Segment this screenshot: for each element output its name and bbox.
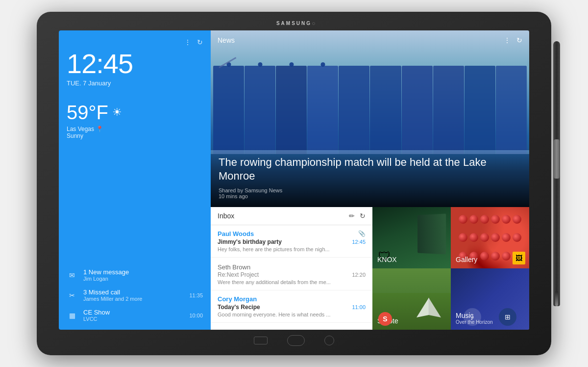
notification-missed-call[interactable]: ✂ 3 Missed call James Miller and 2 more … (67, 288, 203, 302)
news-dots-icon[interactable]: ⋮ (504, 36, 511, 44)
news-overlay: The rowing championship match will be he… (211, 148, 529, 207)
email-list: Paul Woods 📎 Jimmy's birthday party 12:4… (211, 225, 372, 330)
email-2-subject: Re:Next Project (218, 271, 259, 278)
weather-temp: 59°F ☀ (67, 102, 203, 124)
email-2-subject-row: Re:Next Project 12:20 (218, 271, 366, 278)
clock-date: TUE. 7 January (67, 79, 203, 87)
news-refresh-icon[interactable]: ↻ (516, 36, 522, 44)
notif-call-time: 11:35 (189, 292, 203, 298)
notif-call-title: 3 Missed call (83, 288, 183, 296)
device-top-bar: SAMSUNG (44, 19, 544, 28)
inbox-panel: Inbox ✏ ↻ Paul Woods 📎 (211, 207, 372, 330)
notif-message-title: 1 New message (83, 268, 203, 276)
refresh-icon[interactable]: ↻ (197, 38, 203, 46)
news-source: Shared by Samsung News 10 mins ago (219, 187, 521, 199)
missed-call-icon: ✂ (67, 291, 77, 299)
email-1-header: Paul Woods 📎 (218, 230, 366, 238)
email-3-preview: Good morning everyone. Here is what need… (218, 312, 366, 317)
notif-message-content: 1 New message Jim Logan (83, 268, 203, 282)
gallery-tile[interactable]: 🖼 Gallery (451, 207, 529, 268)
inbox-controls: ✏ ↻ (349, 212, 366, 220)
email-item-1[interactable]: Paul Woods 📎 Jimmy's birthday party 12:4… (211, 225, 372, 258)
notif-calendar-content: CE Show LVCC (83, 309, 183, 322)
inbox-refresh-icon[interactable]: ↻ (360, 212, 366, 220)
email-item-3[interactable]: Cory Morgan Today's Recipe 11:00 Good mo… (211, 290, 372, 323)
news-label: News (218, 36, 235, 44)
email-2-preview: Were there any additional details from t… (218, 279, 366, 285)
news-header: News ⋮ ↻ (211, 30, 529, 50)
email-item-2[interactable]: Seth Brown Re:Next Project 12:20 Were th… (211, 258, 372, 290)
snote-book (412, 295, 446, 320)
recent-apps-button[interactable] (254, 337, 268, 344)
screen-wrapper: ⋮ ↻ 12:45 TUE. 7 January 59°F ☀ Las Vega… (59, 30, 529, 330)
message-icon: ✉ (67, 271, 77, 279)
knox-tile[interactable]: 🛡 KNOX (372, 207, 451, 268)
notif-calendar-title: CE Show (83, 309, 183, 316)
news-time-ago: 10 mins ago (219, 193, 248, 199)
email-2-sender: Seth Brown (218, 263, 250, 271)
app-grid: 🛡 KNOX (372, 207, 529, 330)
email-1-subject: Jimmy's birthday party (218, 238, 282, 245)
home-button[interactable] (287, 335, 305, 346)
front-camera (312, 22, 315, 25)
s-pen-grip (554, 139, 560, 179)
notification-calendar[interactable]: ▦ CE Show LVCC 10:00 (67, 309, 203, 322)
attachment-icon: 📎 (358, 230, 366, 237)
screen: ⋮ ↻ 12:45 TUE. 7 January 59°F ☀ Las Vega… (59, 30, 529, 330)
notif-message-sub: Jim Logan (83, 276, 203, 282)
music-tile[interactable]: Music Over the Horizon ♪ ⊞ (451, 268, 529, 330)
calendar-icon: ▦ (67, 312, 77, 319)
knox-book (417, 213, 446, 254)
knox-label: KNOX (377, 256, 446, 263)
notif-call-sub: James Miller and 2 more (83, 296, 183, 302)
s-pen-tip (555, 291, 558, 306)
news-widget[interactable]: News ⋮ ↻ The rowing championship match w… (211, 30, 529, 207)
email-1-sender: Paul Woods (218, 230, 254, 237)
bottom-grid: Inbox ✏ ↻ Paul Woods 📎 (211, 207, 529, 330)
weather-section: 59°F ☀ Las Vegas 📍 Sunny (67, 102, 203, 139)
email-3-subject: Today's Recipe (218, 304, 260, 311)
inbox-title: Inbox (218, 212, 234, 220)
left-panel: ⋮ ↻ 12:45 TUE. 7 January 59°F ☀ Las Vega… (59, 30, 211, 330)
temperature-value: 59°F (67, 102, 108, 124)
email-1-time: 12:45 (352, 239, 366, 245)
email-2-time: 12:20 (352, 272, 366, 278)
s-pen (553, 41, 560, 306)
music-bottom-icons: ♪ ⊞ (451, 308, 529, 326)
sun-icon: ☀ (112, 106, 122, 119)
music-note-icon[interactable]: ♪ (464, 308, 481, 326)
weather-location: Las Vegas 📍 (67, 126, 203, 132)
dots-icon[interactable]: ⋮ (184, 38, 191, 46)
music-grid-icon[interactable]: ⊞ (499, 308, 516, 326)
news-headline: The rowing championship match will be he… (219, 156, 521, 184)
brand-logo: SAMSUNG (276, 21, 312, 26)
location-name: Las Vegas (67, 126, 94, 132)
notif-calendar-time: 10:00 (189, 313, 203, 318)
news-source-name: Shared by Samsung News (219, 187, 282, 193)
email-1-subject-row: Jimmy's birthday party 12:45 (218, 238, 366, 245)
back-button[interactable] (324, 336, 334, 345)
notifications-list: ✉ 1 New message Jim Logan ✂ 3 Missed cal… (67, 268, 203, 322)
news-controls: ⋮ ↻ (504, 36, 522, 44)
location-pin-icon: 📍 (96, 126, 103, 132)
email-3-time: 11:00 (352, 304, 366, 310)
email-3-subject-row: Today's Recipe 11:00 (218, 304, 366, 311)
device-bottom-bar (44, 333, 544, 348)
gallery-icon: 🖼 (515, 254, 522, 262)
snote-tile[interactable]: S S Note (372, 268, 451, 330)
notif-calendar-sub: LVCC (83, 316, 183, 322)
tablet-device: SAMSUNG ⋮ ↻ 12:45 TUE. 7 January 59°F ☀ (37, 12, 551, 355)
email-3-sender: Cory Morgan (218, 295, 257, 303)
gallery-icon-overlay: 🖼 (513, 252, 525, 264)
email-3-header: Cory Morgan (218, 295, 366, 304)
panel-header: ⋮ ↻ (67, 38, 203, 46)
email-1-preview: Hey folks, here are the pictures from th… (218, 246, 366, 252)
inbox-header: Inbox ✏ ↻ (211, 207, 372, 225)
weather-condition: Sunny (67, 132, 203, 139)
right-panel: News ⋮ ↻ The rowing championship match w… (211, 30, 529, 330)
compose-icon[interactable]: ✏ (349, 212, 355, 220)
notification-message[interactable]: ✉ 1 New message Jim Logan (67, 268, 203, 282)
clock-time: 12:45 (67, 50, 203, 78)
notif-call-content: 3 Missed call James Miller and 2 more (83, 288, 183, 302)
